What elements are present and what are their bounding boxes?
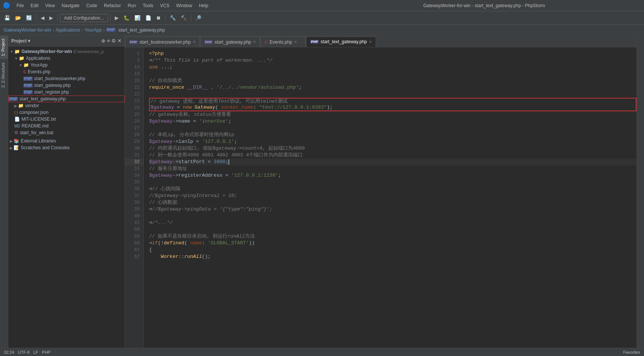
debug-button[interactable]: 🐛 (122, 14, 131, 22)
code-line-33: // 服务注册地址 (149, 165, 636, 172)
code-line-1: <?php (149, 50, 636, 57)
text-gateway-label: start_text_gateway.php (20, 96, 66, 101)
tree-applications[interactable]: ▼ 📁 Applications (8, 55, 125, 62)
menu-tools[interactable]: Tools (140, 2, 156, 9)
line-19: 19 (125, 71, 143, 77)
yourapp-folder-icon: 📁 (23, 62, 29, 68)
applications-arrow: ▼ (14, 56, 18, 61)
tree-scratches[interactable]: ▶ 📝 Scratches and Consoles (8, 144, 125, 151)
tree-vendor[interactable]: ▶ 📁 vendor (8, 102, 125, 109)
text-gateway-icon: PHP (9, 97, 18, 101)
side-tabs-panel: 1: Project 2: Z-Structure (0, 35, 8, 356)
cmt-20: // 自动加载类 (149, 77, 182, 84)
code-line-28: // 本机ip, 分布式部署时使用内网ip (149, 132, 636, 138)
back-button[interactable]: ◀ (39, 14, 46, 22)
code-line-32: $gateway -> startPort = 3900 ; (149, 159, 636, 165)
status-line-col: 32:24 (4, 350, 14, 354)
menu-help[interactable]: Help (196, 2, 212, 9)
tab-text-gateway-close[interactable]: ✕ (369, 40, 372, 44)
yourapp-label: YourApp (30, 62, 48, 68)
toolbar: 💾 📂 🔄 ◀ ▶ Add Configuration... ▶ 🐛 📊 📄 ⏹… (0, 11, 644, 25)
breadcrumb-yourapp[interactable]: YourApp (85, 27, 102, 33)
menu-file[interactable]: File (14, 2, 27, 9)
panel-header: Project ▾ ⊕ ≡ ⚙ ✕ (8, 35, 125, 47)
menu-view[interactable]: View (42, 2, 58, 9)
project-tab[interactable]: 1: Project (0, 35, 8, 59)
menu-code[interactable]: Code (83, 2, 100, 9)
tab-businessworker[interactable]: PHP start_businessworker.php ✕ (125, 36, 200, 47)
tab-businessworker-icon: PHP (129, 40, 138, 44)
stop-button[interactable]: ⏹ (154, 14, 163, 22)
tab-events[interactable]: C Events.php ✕ (260, 36, 306, 47)
toolbar-separator-1 (36, 14, 37, 22)
settings-button[interactable]: 🔧 (168, 14, 178, 22)
menu-edit[interactable]: Edit (27, 2, 41, 9)
tree-bat[interactable]: ⚙ start_for_win.bat (8, 129, 125, 136)
tab-businessworker-close[interactable]: ✕ (193, 40, 196, 44)
build-button[interactable]: 🔨 (179, 14, 189, 22)
panel-collapse-btn[interactable]: ≡ (107, 38, 110, 44)
line-20: 20 (125, 77, 143, 84)
favorites-tab-bottom[interactable]: Favorites (623, 350, 640, 354)
tab-events-close[interactable]: ✕ (294, 40, 297, 44)
breadcrumb-applications[interactable]: Applications (56, 27, 80, 33)
kw-use: use (149, 64, 158, 71)
search-button[interactable]: 🔎 (193, 14, 203, 22)
panel-settings-btn[interactable]: ⚙ (111, 38, 116, 44)
save-button[interactable]: 💾 (2, 14, 12, 22)
run-coverage-button[interactable]: 📊 (132, 14, 142, 22)
tree-external-libs[interactable]: ▶ 📚 External Libraries (8, 138, 125, 144)
tree-register[interactable]: PHP start_register.php (8, 89, 125, 95)
code-line-19 (149, 71, 636, 77)
menu-vcs[interactable]: VCS (157, 2, 172, 9)
code-content-area[interactable]: <?php ⊲/** This file is part of workerma… (144, 47, 636, 356)
ext-icon: 📚 (14, 138, 19, 144)
add-configuration-button[interactable]: Add Configuration... (60, 14, 108, 22)
composer-icon: { } (14, 111, 18, 115)
tree-events-php[interactable]: C Events.php (8, 68, 125, 75)
menu-navigate[interactable]: Navigate (59, 2, 82, 9)
tree-composer[interactable]: { } composer.json (8, 109, 125, 116)
code-line-27 (149, 125, 636, 132)
ext-label: External Libraries (21, 138, 56, 144)
tab-gateway[interactable]: PHP start_gateway.php ✕ (200, 36, 260, 47)
tree-businessworker[interactable]: PHP start_businessworker.php (8, 75, 125, 82)
menu-window[interactable]: Window (173, 2, 195, 9)
status-encoding: UTF-8 (18, 350, 30, 354)
fn-require: require_once (149, 84, 184, 91)
gateway-icon: PHP (23, 83, 33, 88)
code-line-37: //$gateway->pingInterval = 10; (149, 192, 636, 199)
tree-root[interactable]: ▼ 📁 GatewayWorker-for-win E:\workerman_p (8, 48, 125, 55)
tree-license[interactable]: 📄 MIT-LICENSE.txt (8, 116, 125, 123)
tab-gateway-close[interactable]: ✕ (253, 40, 256, 44)
structure-tab[interactable]: 2: Z-Structure (0, 59, 8, 91)
line-2: 2 (125, 57, 143, 64)
panel-scope-btn[interactable]: ⊕ (101, 38, 105, 44)
tab-text-gateway[interactable]: PHP start_text_gateway.php ✕ (306, 36, 376, 47)
menu-run[interactable]: Run (125, 2, 139, 9)
panel-close-btn[interactable]: ✕ (117, 38, 122, 44)
breadcrumb-file[interactable]: start_text_gateway.php (119, 27, 165, 33)
open-button[interactable]: 📂 (13, 14, 23, 22)
breadcrumb-root[interactable]: GatewayWorker-for-win (4, 27, 51, 33)
forward-button[interactable]: ▶ (47, 14, 55, 22)
breadcrumb-sep-3: › (103, 27, 105, 33)
arrow-icon: ▼ (10, 50, 14, 54)
menu-refactor[interactable]: Refactor (101, 2, 124, 9)
app-icon: 🔵 (3, 2, 11, 9)
root-path: E:\workerman_p (73, 49, 104, 54)
run-file-button[interactable]: 📄 (143, 14, 153, 22)
sync-button[interactable]: 🔄 (24, 14, 34, 22)
run-button[interactable]: ▶ (113, 14, 120, 22)
line-39: 39 (125, 206, 143, 213)
window-title: GatewayWorker-for-win - start_text_gatew… (327, 3, 641, 8)
tree-yourapp[interactable]: ▼ 📁 YourApp (8, 62, 125, 68)
tree-text-gateway[interactable]: PHP start_text_gateway.php (8, 95, 125, 102)
tree-gateway[interactable]: PHP start_gateway.php (8, 82, 125, 89)
tree-readme[interactable]: MD README.md (8, 123, 125, 129)
tab-text-gateway-icon: PHP (310, 40, 319, 44)
code-line-61: { (149, 247, 636, 253)
breadcrumb-sep-1: › (53, 27, 54, 33)
applications-folder-icon: 📁 (19, 56, 24, 61)
code-line-21: require_once __DIR__ . '/../../vendor/au… (149, 84, 636, 91)
